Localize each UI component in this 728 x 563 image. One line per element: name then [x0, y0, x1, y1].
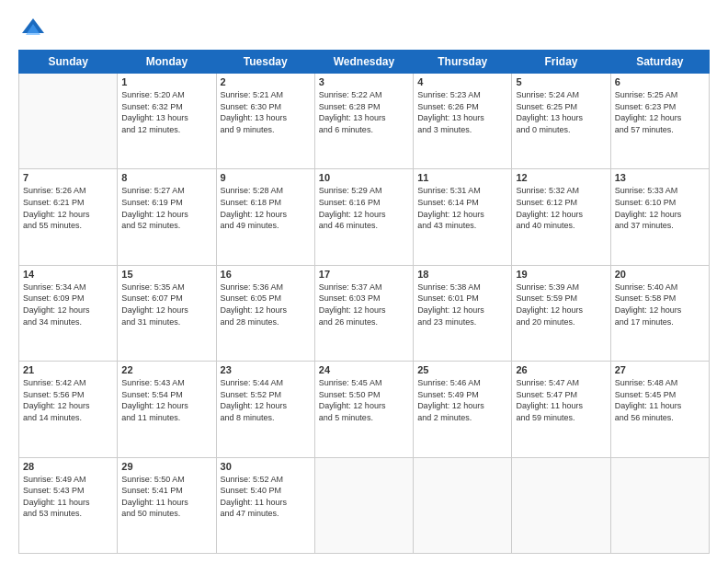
- calendar-cell: [19, 74, 118, 169]
- day-info: Sunrise: 5:50 AM Sunset: 5:41 PM Dayligh…: [121, 474, 211, 520]
- day-number: 27: [615, 364, 705, 375]
- day-number: 3: [319, 76, 409, 87]
- day-number: 6: [615, 76, 705, 87]
- weekday-header-tuesday: Tuesday: [216, 51, 314, 74]
- day-number: 4: [417, 76, 507, 87]
- calendar-cell: 14Sunrise: 5:34 AM Sunset: 6:09 PM Dayli…: [19, 265, 118, 361]
- calendar-cell: 13Sunrise: 5:33 AM Sunset: 6:10 PM Dayli…: [610, 169, 709, 265]
- weekday-header-friday: Friday: [512, 51, 610, 74]
- calendar-cell: 9Sunrise: 5:28 AM Sunset: 6:18 PM Daylig…: [216, 169, 314, 265]
- day-number: 24: [319, 364, 409, 375]
- day-number: 10: [319, 172, 409, 183]
- day-info: Sunrise: 5:39 AM Sunset: 5:59 PM Dayligh…: [516, 282, 606, 327]
- day-info: Sunrise: 5:35 AM Sunset: 6:07 PM Dayligh…: [121, 282, 211, 327]
- weekday-header-wednesday: Wednesday: [314, 51, 413, 74]
- calendar-cell: 2Sunrise: 5:21 AM Sunset: 6:30 PM Daylig…: [216, 74, 314, 169]
- day-number: 28: [23, 461, 113, 472]
- day-info: Sunrise: 5:23 AM Sunset: 6:26 PM Dayligh…: [417, 89, 507, 135]
- calendar-cell: 12Sunrise: 5:32 AM Sunset: 6:12 PM Dayli…: [512, 169, 610, 265]
- calendar-cell: 6Sunrise: 5:25 AM Sunset: 6:23 PM Daylig…: [610, 74, 709, 169]
- day-number: 19: [516, 269, 606, 280]
- day-info: Sunrise: 5:44 AM Sunset: 5:52 PM Dayligh…: [221, 377, 311, 423]
- day-number: 2: [221, 76, 311, 87]
- calendar-cell: [512, 457, 610, 553]
- day-info: Sunrise: 5:28 AM Sunset: 6:18 PM Dayligh…: [221, 185, 311, 231]
- day-number: 21: [23, 364, 113, 375]
- day-info: Sunrise: 5:49 AM Sunset: 5:43 PM Dayligh…: [23, 474, 113, 520]
- weekday-header-saturday: Saturday: [610, 51, 709, 74]
- calendar-cell: 16Sunrise: 5:36 AM Sunset: 6:05 PM Dayli…: [216, 265, 314, 361]
- day-number: 17: [319, 269, 409, 280]
- day-info: Sunrise: 5:31 AM Sunset: 6:14 PM Dayligh…: [417, 185, 507, 231]
- day-number: 11: [417, 172, 507, 183]
- day-number: 12: [516, 172, 606, 183]
- calendar-cell: 11Sunrise: 5:31 AM Sunset: 6:14 PM Dayli…: [414, 169, 512, 265]
- day-number: 9: [221, 172, 311, 183]
- day-info: Sunrise: 5:22 AM Sunset: 6:28 PM Dayligh…: [319, 89, 409, 135]
- day-info: Sunrise: 5:37 AM Sunset: 6:03 PM Dayligh…: [319, 282, 409, 327]
- calendar-cell: 5Sunrise: 5:24 AM Sunset: 6:25 PM Daylig…: [512, 74, 610, 169]
- day-info: Sunrise: 5:20 AM Sunset: 6:32 PM Dayligh…: [121, 89, 211, 135]
- calendar-cell: 8Sunrise: 5:27 AM Sunset: 6:19 PM Daylig…: [118, 169, 216, 265]
- calendar-cell: 10Sunrise: 5:29 AM Sunset: 6:16 PM Dayli…: [314, 169, 413, 265]
- day-number: 7: [23, 172, 113, 183]
- day-info: Sunrise: 5:40 AM Sunset: 5:58 PM Dayligh…: [615, 282, 705, 327]
- day-number: 26: [516, 364, 606, 375]
- day-number: 1: [121, 76, 211, 87]
- calendar-cell: 17Sunrise: 5:37 AM Sunset: 6:03 PM Dayli…: [314, 265, 413, 361]
- day-info: Sunrise: 5:52 AM Sunset: 5:40 PM Dayligh…: [221, 474, 311, 520]
- calendar-cell: 20Sunrise: 5:40 AM Sunset: 5:58 PM Dayli…: [610, 265, 709, 361]
- calendar-cell: 29Sunrise: 5:50 AM Sunset: 5:41 PM Dayli…: [118, 457, 216, 553]
- calendar-cell: [610, 457, 709, 553]
- calendar-cell: 19Sunrise: 5:39 AM Sunset: 5:59 PM Dayli…: [512, 265, 610, 361]
- day-info: Sunrise: 5:24 AM Sunset: 6:25 PM Dayligh…: [516, 89, 606, 135]
- logo: [18, 15, 46, 40]
- calendar-cell: 24Sunrise: 5:45 AM Sunset: 5:50 PM Dayli…: [314, 362, 413, 457]
- day-number: 23: [221, 364, 311, 375]
- calendar-cell: 27Sunrise: 5:48 AM Sunset: 5:45 PM Dayli…: [610, 362, 709, 457]
- day-number: 29: [121, 461, 211, 472]
- week-row-2: 7Sunrise: 5:26 AM Sunset: 6:21 PM Daylig…: [19, 169, 710, 265]
- day-number: 18: [417, 269, 507, 280]
- day-info: Sunrise: 5:42 AM Sunset: 5:56 PM Dayligh…: [23, 377, 113, 423]
- day-info: Sunrise: 5:25 AM Sunset: 6:23 PM Dayligh…: [615, 89, 705, 135]
- day-info: Sunrise: 5:33 AM Sunset: 6:10 PM Dayligh…: [615, 185, 705, 231]
- day-info: Sunrise: 5:21 AM Sunset: 6:30 PM Dayligh…: [221, 89, 311, 135]
- week-row-5: 28Sunrise: 5:49 AM Sunset: 5:43 PM Dayli…: [19, 457, 710, 553]
- day-info: Sunrise: 5:48 AM Sunset: 5:45 PM Dayligh…: [615, 377, 705, 423]
- calendar-cell: 28Sunrise: 5:49 AM Sunset: 5:43 PM Dayli…: [19, 457, 118, 553]
- week-row-4: 21Sunrise: 5:42 AM Sunset: 5:56 PM Dayli…: [19, 362, 710, 457]
- calendar-cell: 7Sunrise: 5:26 AM Sunset: 6:21 PM Daylig…: [19, 169, 118, 265]
- calendar-cell: [414, 457, 512, 553]
- day-info: Sunrise: 5:29 AM Sunset: 6:16 PM Dayligh…: [319, 185, 409, 231]
- day-info: Sunrise: 5:26 AM Sunset: 6:21 PM Dayligh…: [23, 185, 113, 231]
- day-info: Sunrise: 5:38 AM Sunset: 6:01 PM Dayligh…: [417, 282, 507, 327]
- calendar-cell: 15Sunrise: 5:35 AM Sunset: 6:07 PM Dayli…: [118, 265, 216, 361]
- day-number: 13: [615, 172, 705, 183]
- calendar-cell: [314, 457, 413, 553]
- day-number: 5: [516, 76, 606, 87]
- weekday-header-thursday: Thursday: [414, 51, 512, 74]
- weekday-header-sunday: Sunday: [19, 51, 118, 74]
- weekday-header-row: SundayMondayTuesdayWednesdayThursdayFrid…: [19, 51, 710, 74]
- day-number: 30: [221, 461, 311, 472]
- calendar-cell: 1Sunrise: 5:20 AM Sunset: 6:32 PM Daylig…: [118, 74, 216, 169]
- calendar-cell: 26Sunrise: 5:47 AM Sunset: 5:47 PM Dayli…: [512, 362, 610, 457]
- day-info: Sunrise: 5:45 AM Sunset: 5:50 PM Dayligh…: [319, 377, 409, 423]
- calendar-cell: 30Sunrise: 5:52 AM Sunset: 5:40 PM Dayli…: [216, 457, 314, 553]
- calendar-cell: 22Sunrise: 5:43 AM Sunset: 5:54 PM Dayli…: [118, 362, 216, 457]
- day-info: Sunrise: 5:36 AM Sunset: 6:05 PM Dayligh…: [221, 282, 311, 327]
- week-row-1: 1Sunrise: 5:20 AM Sunset: 6:32 PM Daylig…: [19, 74, 710, 169]
- day-number: 25: [417, 364, 507, 375]
- day-number: 16: [221, 269, 311, 280]
- day-number: 8: [121, 172, 211, 183]
- calendar-cell: 23Sunrise: 5:44 AM Sunset: 5:52 PM Dayli…: [216, 362, 314, 457]
- day-info: Sunrise: 5:43 AM Sunset: 5:54 PM Dayligh…: [121, 377, 211, 423]
- day-number: 15: [121, 269, 211, 280]
- week-row-3: 14Sunrise: 5:34 AM Sunset: 6:09 PM Dayli…: [19, 265, 710, 361]
- day-info: Sunrise: 5:32 AM Sunset: 6:12 PM Dayligh…: [516, 185, 606, 231]
- calendar-table: SundayMondayTuesdayWednesdayThursdayFrid…: [18, 50, 710, 554]
- header: [18, 15, 710, 40]
- day-number: 20: [615, 269, 705, 280]
- calendar-cell: 4Sunrise: 5:23 AM Sunset: 6:26 PM Daylig…: [414, 74, 512, 169]
